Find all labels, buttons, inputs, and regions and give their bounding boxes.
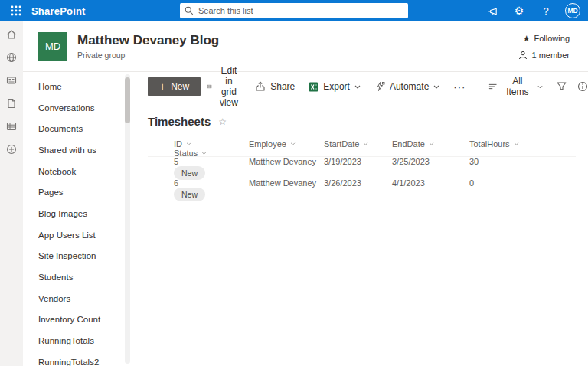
column-header-employee[interactable]: Employee xyxy=(249,139,324,149)
star-filled-icon: ★ xyxy=(523,34,531,44)
filter-icon[interactable] xyxy=(553,77,570,96)
column-header-id[interactable]: ID xyxy=(174,139,249,149)
site-title[interactable]: Matthew Devaney Blog xyxy=(77,33,219,48)
globe-icon[interactable] xyxy=(4,50,19,65)
megaphone-icon[interactable] xyxy=(485,3,500,18)
sidebar-item-pages[interactable]: Pages xyxy=(23,181,132,203)
lists-icon[interactable] xyxy=(4,119,19,134)
cell-employee[interactable]: Matthew Devaney xyxy=(249,178,324,188)
members-button[interactable]: 1 member xyxy=(518,51,570,60)
new-button[interactable]: + New xyxy=(148,77,201,96)
chevron-down-icon xyxy=(429,142,434,145)
site-subtitle: Private group xyxy=(77,51,219,60)
plus-icon: + xyxy=(159,81,165,92)
sidebar-item-app-users-list[interactable]: App Users List xyxy=(23,224,132,246)
cell-totalhours: 30 xyxy=(469,157,540,166)
nav-scrollbar[interactable] xyxy=(125,74,130,364)
cell-startdate: 3/26/2023 xyxy=(324,178,392,188)
excel-icon xyxy=(309,82,318,92)
settings-gear-icon[interactable]: ⚙ xyxy=(511,3,527,18)
view-selector-button[interactable]: All Items xyxy=(482,77,550,96)
sidebar-item-students[interactable]: Students xyxy=(23,266,132,288)
chevron-down-icon xyxy=(363,142,368,145)
export-button[interactable]: Export xyxy=(302,77,368,96)
chevron-down-icon xyxy=(354,85,361,89)
column-header-enddate[interactable]: EndDate xyxy=(392,139,469,149)
account-avatar[interactable]: MD xyxy=(565,3,580,18)
document-icon[interactable] xyxy=(4,96,19,111)
more-commands-button[interactable]: ··· xyxy=(446,77,472,96)
search-input[interactable] xyxy=(198,6,403,15)
edit-grid-view-button[interactable]: Edit in grid view xyxy=(201,77,248,96)
cell-enddate: 4/1/2023 xyxy=(392,178,469,188)
sidebar-item-notebook[interactable]: Notebook xyxy=(23,161,132,182)
cell-status: New xyxy=(174,188,249,201)
list-content: + New Edit in grid view xyxy=(132,72,588,366)
chevron-down-icon xyxy=(186,142,191,145)
chevron-down-icon xyxy=(537,85,543,89)
suite-right-actions: ⚙ ? MD xyxy=(485,3,580,18)
search-box[interactable] xyxy=(180,3,408,18)
chevron-down-icon xyxy=(433,85,439,89)
share-button[interactable]: Share xyxy=(248,77,302,96)
status-badge: New xyxy=(174,188,205,201)
members-label: 1 member xyxy=(531,51,570,60)
command-bar: + New Edit in grid view xyxy=(148,77,576,96)
list-table: ID Employee StartDate xyxy=(148,139,576,198)
app-rail xyxy=(0,21,23,366)
column-header-totalhours[interactable]: TotalHours xyxy=(469,139,540,149)
sidebar-item-site-inspection[interactable]: Site Inspection xyxy=(23,246,132,267)
sidebar-item-inventory-count[interactable]: Inventory Count xyxy=(23,309,132,331)
home-icon[interactable] xyxy=(4,27,19,42)
chevron-down-icon xyxy=(290,142,296,145)
cell-totalhours: 0 xyxy=(469,178,540,188)
site-header: MD Matthew Devaney Blog Private group ★ … xyxy=(23,21,588,72)
grid-icon xyxy=(207,81,211,92)
cell-employee[interactable]: Matthew Devaney xyxy=(249,157,324,166)
sidebar-item-blog-images[interactable]: Blog Images xyxy=(23,203,132,224)
sidebar-item-shared-with-us[interactable]: Shared with us xyxy=(23,139,132,161)
table-row[interactable]: 6 Matthew Devaney 3/26/2023 4/1/2023 0 N… xyxy=(148,178,576,199)
table-row[interactable]: 5 Matthew Devaney 3/19/2023 3/25/2023 30… xyxy=(148,156,576,178)
cell-id: 5 xyxy=(174,157,249,166)
search-icon xyxy=(185,6,194,15)
table-header-row: ID Employee StartDate xyxy=(148,139,576,156)
following-button[interactable]: ★ Following xyxy=(523,34,570,44)
info-icon[interactable] xyxy=(573,77,588,96)
chevron-down-icon xyxy=(201,152,207,155)
sharepoint-window: SharePoint ⚙ ? MD xyxy=(0,0,588,366)
sidebar-item-home[interactable]: Home xyxy=(23,76,132,97)
waffle-icon xyxy=(11,5,21,16)
cell-startdate: 3/19/2023 xyxy=(324,157,392,166)
nav-scrollbar-thumb[interactable] xyxy=(125,77,130,123)
site-nav: Home Conversations Documents Shared with… xyxy=(23,72,132,366)
site-logo[interactable]: MD xyxy=(38,32,67,61)
sidebar-item-runningtotals[interactable]: RunningTotals xyxy=(23,330,132,351)
automate-button[interactable]: Automate xyxy=(368,77,446,96)
news-icon[interactable] xyxy=(4,73,19,88)
following-label: Following xyxy=(534,34,570,43)
help-icon[interactable]: ? xyxy=(538,3,554,18)
favorite-star-icon[interactable]: ☆ xyxy=(218,116,227,127)
sidebar-item-runningtotals2[interactable]: RunningTotals2 xyxy=(23,351,132,366)
suite-app-name[interactable]: SharePoint xyxy=(31,5,86,17)
automate-flow-icon xyxy=(374,81,385,92)
sidebar-item-documents[interactable]: Documents xyxy=(23,118,132,139)
create-icon[interactable] xyxy=(4,142,19,157)
view-options-icon xyxy=(488,83,497,90)
suite-bar: SharePoint ⚙ ? MD xyxy=(0,0,588,21)
share-icon xyxy=(255,81,266,92)
chevron-down-icon xyxy=(514,142,519,145)
page-title: Timesheets xyxy=(148,115,211,128)
person-icon xyxy=(518,51,528,60)
cell-id: 6 xyxy=(174,178,249,188)
sidebar-item-conversations[interactable]: Conversations xyxy=(23,97,132,119)
sidebar-item-vendors[interactable]: Vendors xyxy=(23,288,132,309)
app-launcher-button[interactable] xyxy=(8,2,24,19)
column-header-startdate[interactable]: StartDate xyxy=(324,139,392,149)
cell-enddate: 3/25/2023 xyxy=(392,157,469,166)
